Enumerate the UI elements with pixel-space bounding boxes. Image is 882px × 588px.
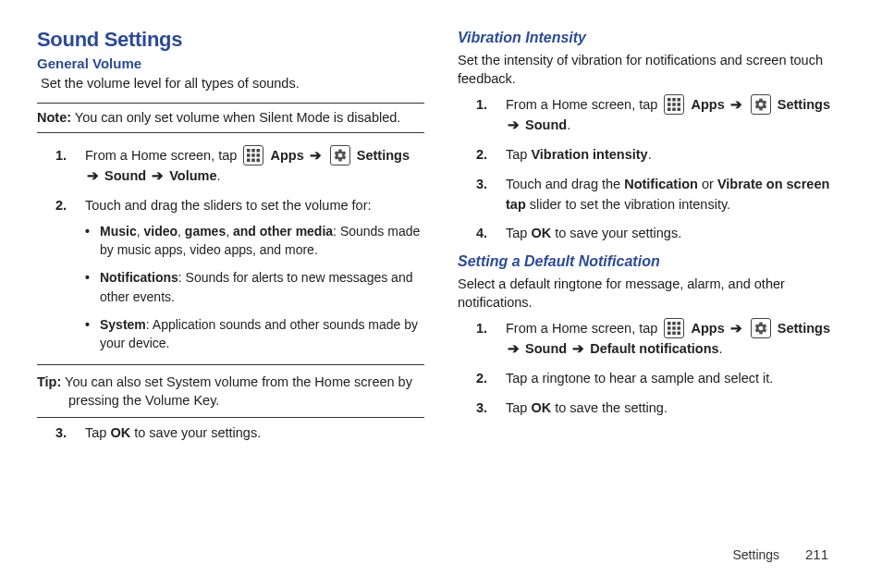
step-2: Tap Vibration intensity.	[476, 145, 845, 165]
heading-vibration-intensity: Vibration Intensity	[458, 30, 845, 46]
step-2: Touch and drag the sliders to set the vo…	[55, 196, 424, 353]
footer-page-number: 211	[805, 546, 828, 562]
step-1: From a Home screen, tap Apps ➔ Settings …	[55, 146, 424, 187]
svg-rect-24	[668, 332, 671, 336]
arrow-icon: ➔	[508, 117, 520, 132]
step-text: Tap	[506, 400, 531, 415]
step-3: Touch and drag the Notification or Vibra…	[476, 175, 845, 215]
arrow-icon: ➔	[310, 148, 322, 163]
apps-label: Apps	[691, 97, 724, 112]
svg-rect-19	[673, 322, 677, 325]
step-text: From a Home screen, tap	[506, 321, 661, 336]
bold-text: Notification	[624, 177, 698, 191]
svg-rect-7	[252, 159, 256, 163]
step-3: Tap OK to save your settings.	[55, 423, 424, 444]
arrow-icon: ➔	[730, 97, 742, 112]
text: : Application sounds and other sounds ma…	[100, 317, 418, 350]
bullet-music: Music, video, games, and other media: So…	[85, 222, 424, 260]
step-1: From a Home screen, tap Apps ➔ Settings …	[476, 95, 845, 136]
apps-label: Apps	[270, 148, 303, 163]
svg-rect-21	[668, 327, 671, 331]
intro-vibration: Set the intensity of vibration for notif…	[458, 52, 845, 88]
apps-label: Apps	[691, 321, 724, 336]
text: ,	[226, 224, 233, 239]
svg-rect-20	[678, 322, 681, 325]
ok-label: OK	[531, 400, 551, 415]
svg-rect-6	[247, 159, 251, 163]
step-2: Tap a ringtone to hear a sample and sele…	[476, 369, 845, 389]
page-title: Sound Settings	[37, 28, 424, 52]
bold-text: and other media	[233, 224, 333, 239]
svg-rect-13	[673, 104, 677, 107]
svg-rect-12	[668, 104, 671, 107]
ok-label: OK	[531, 226, 551, 240]
tip-text: You can also set System volume from the …	[61, 374, 412, 408]
step-4: Tap OK to save your settings.	[476, 224, 845, 244]
svg-rect-10	[673, 98, 677, 102]
bold-text: System	[100, 317, 146, 332]
text: ,	[178, 224, 185, 239]
arrow-icon: ➔	[152, 168, 164, 183]
step-text: Tap	[506, 147, 531, 162]
bold-text: Notifications	[100, 270, 178, 285]
svg-rect-17	[678, 108, 681, 112]
apps-icon	[243, 145, 263, 165]
text: slider to set the vibration intensity.	[526, 197, 730, 212]
apps-icon	[664, 94, 684, 115]
tip-label: Tip:	[37, 374, 61, 389]
svg-rect-18	[668, 322, 671, 325]
svg-rect-25	[673, 332, 677, 336]
heading-default-notification: Setting a Default Notification	[458, 253, 845, 270]
heading-general-volume: General Volume	[37, 55, 424, 71]
ok-label: OK	[110, 425, 130, 440]
settings-icon	[751, 318, 771, 338]
step-text: to save your settings.	[551, 226, 681, 240]
svg-rect-11	[678, 98, 681, 102]
svg-rect-5	[257, 154, 261, 158]
svg-rect-8	[257, 159, 261, 163]
svg-rect-26	[678, 332, 681, 336]
bold-text: Music	[100, 224, 137, 239]
steps-vibration: From a Home screen, tap Apps ➔ Settings …	[476, 95, 845, 244]
note-label: Note:	[37, 110, 71, 125]
path-sound: Sound	[104, 168, 146, 183]
bold-text: Vibration intensity	[531, 147, 647, 162]
steps-general-volume: From a Home screen, tap Apps ➔ Settings …	[55, 146, 424, 352]
step-text: Tap a ringtone to hear a sample and sele…	[506, 371, 773, 386]
svg-rect-9	[668, 98, 671, 102]
intro-general-volume: Set the volume level for all types of so…	[41, 75, 424, 93]
step-text: Tap	[506, 226, 531, 240]
svg-rect-22	[673, 327, 677, 331]
step-3: Tap OK to save the setting.	[476, 398, 845, 419]
step-text: From a Home screen, tap	[506, 97, 661, 112]
tip-box: Tip: You can also set System volume from…	[37, 364, 424, 419]
svg-rect-4	[252, 154, 256, 158]
settings-label: Settings	[778, 321, 830, 336]
page-footer: Settings 211	[732, 546, 828, 562]
bullet-notifications: Notifications: Sounds for alerts to new …	[85, 268, 424, 306]
step-text: From a Home screen, tap	[85, 148, 240, 163]
text: or	[698, 177, 717, 191]
path-sound: Sound	[525, 341, 567, 356]
svg-rect-15	[668, 108, 671, 112]
path-volume: Volume	[169, 168, 216, 183]
bold-text: video	[143, 224, 178, 239]
arrow-icon: ➔	[572, 341, 584, 356]
settings-icon	[751, 94, 771, 115]
svg-rect-23	[678, 327, 681, 331]
note-text: You can only set volume when Silent Mode…	[71, 110, 400, 125]
volume-categories: Music, video, games, and other media: So…	[85, 222, 424, 353]
step-text: Touch and drag the	[506, 177, 624, 191]
svg-rect-16	[673, 108, 677, 112]
right-column: Vibration Intensity Set the intensity of…	[458, 28, 845, 453]
arrow-icon: ➔	[730, 321, 742, 336]
path-sound: Sound	[525, 117, 567, 132]
intro-default-notification: Select a default ringtone for message, a…	[458, 276, 845, 312]
settings-label: Settings	[357, 148, 410, 163]
settings-label: Settings	[778, 97, 830, 112]
bold-text: games	[185, 224, 226, 239]
svg-rect-3	[247, 154, 251, 158]
step-1: From a Home screen, tap Apps ➔ Settings …	[476, 319, 845, 360]
svg-rect-2	[257, 149, 261, 153]
apps-icon	[664, 318, 684, 338]
